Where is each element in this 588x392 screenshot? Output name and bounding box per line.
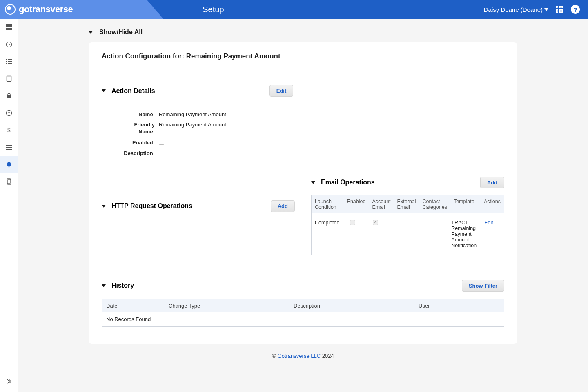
- svg-rect-9: [6, 63, 7, 64]
- email-ops-title[interactable]: Email Operations: [311, 179, 375, 186]
- description-label: Description:: [118, 150, 155, 156]
- history-title[interactable]: History: [102, 282, 134, 289]
- sidebar-expand[interactable]: [0, 378, 18, 385]
- svg-rect-1: [9, 24, 12, 27]
- bell-icon: [6, 161, 12, 168]
- hist-th-desc: Description: [294, 303, 419, 309]
- svg-rect-21: [8, 180, 11, 184]
- table-row: Completed TRACT Remaining Payment Amount…: [312, 213, 504, 255]
- svg-rect-0: [6, 24, 9, 27]
- th-account-email: Account Email: [369, 195, 394, 213]
- th-external-email: External Email: [394, 195, 419, 213]
- svg-rect-5: [6, 59, 7, 60]
- sidebar-item-list[interactable]: [0, 53, 18, 70]
- row-account-email-checkbox: [373, 220, 378, 225]
- left-sidebar: ? $: [0, 19, 18, 392]
- list-icon: [6, 58, 12, 65]
- brand-icon: [5, 4, 16, 15]
- footer: © Gotransverse LLC 2024: [89, 344, 517, 368]
- sidebar-item-docs[interactable]: [0, 173, 18, 190]
- td-launch: Completed: [312, 213, 347, 255]
- caret-icon: [102, 89, 106, 92]
- th-contact-cat: Contact Categories: [419, 195, 450, 213]
- grid-icon: [6, 24, 12, 31]
- edit-button[interactable]: Edit: [270, 85, 294, 97]
- add-http-button[interactable]: Add: [271, 200, 295, 212]
- svg-rect-18: [6, 149, 12, 150]
- help-icon[interactable]: ?: [571, 5, 580, 14]
- svg-rect-10: [8, 63, 12, 64]
- th-enabled: Enabled: [344, 195, 369, 213]
- friendly-label: Friendly Name:: [118, 122, 155, 135]
- brand-text: gotransverse: [19, 4, 73, 15]
- friendly-value: Remaining Payment Amount: [159, 122, 226, 128]
- brand-logo[interactable]: gotransverse: [5, 4, 73, 15]
- sidebar-item-menu[interactable]: [0, 139, 18, 156]
- history-empty: No Records Found: [102, 312, 504, 326]
- history-section: History Show Filter Date Change Type Des…: [102, 280, 504, 327]
- question-icon: ?: [6, 110, 12, 116]
- http-ops-section: HTTP Request Operations Add: [102, 177, 295, 255]
- add-email-button[interactable]: Add: [480, 177, 504, 188]
- svg-text:$: $: [7, 127, 11, 133]
- action-details-title[interactable]: Action Details: [102, 87, 155, 95]
- svg-rect-20: [7, 179, 10, 183]
- td-external-email: [394, 213, 419, 255]
- svg-rect-17: [6, 147, 12, 148]
- enabled-label: Enabled:: [118, 140, 155, 146]
- history-table: Date Change Type Description User No Rec…: [102, 299, 504, 327]
- sidebar-item-notifications[interactable]: [0, 156, 18, 173]
- sidebar-item-dashboard[interactable]: [0, 19, 18, 36]
- page-title: Setup: [203, 5, 224, 14]
- svg-rect-11: [7, 76, 11, 82]
- http-ops-title[interactable]: HTTP Request Operations: [102, 202, 192, 210]
- main-content: Show/Hide All Action Configuration for: …: [18, 19, 588, 392]
- header-bar: gotransverse Setup Daisy Deane (Deane) ?: [0, 0, 588, 19]
- sidebar-item-help[interactable]: ?: [0, 104, 18, 122]
- card-title: Action Configuration for: Remaining Paym…: [102, 52, 504, 60]
- email-ops-table: Launch Condition Enabled Account Email E…: [311, 195, 504, 255]
- th-launch: Launch Condition: [312, 195, 344, 213]
- svg-rect-7: [6, 61, 7, 62]
- chevron-down-icon: [544, 8, 548, 11]
- name-value: Remaining Payment Amount: [159, 111, 226, 117]
- menu-icon: [6, 144, 12, 151]
- hist-th-user: User: [419, 303, 500, 309]
- hist-th-change: Change Type: [169, 303, 294, 309]
- svg-point-19: [9, 166, 10, 168]
- svg-rect-8: [8, 61, 12, 62]
- sidebar-item-lock[interactable]: [0, 87, 18, 104]
- user-name: Daisy Deane (Deane): [484, 6, 543, 13]
- chevron-right-icon: [6, 378, 12, 385]
- page-icon: [6, 75, 12, 82]
- caret-icon: [89, 31, 93, 34]
- caret-icon: [102, 284, 106, 287]
- doc-icon: [6, 178, 12, 185]
- show-filter-button[interactable]: Show Filter: [462, 280, 504, 292]
- action-details-section: Action Details Edit Name: Remaining Paym…: [102, 85, 504, 156]
- td-template: TRACT Remaining Payment Amount Notificat…: [448, 213, 481, 255]
- sidebar-item-history[interactable]: [0, 36, 18, 53]
- clock-icon: [6, 41, 12, 48]
- row-enabled-checkbox: [350, 220, 355, 225]
- showhide-toggle[interactable]: Show/Hide All: [89, 29, 517, 36]
- apps-icon[interactable]: [556, 6, 564, 13]
- footer-company-link[interactable]: Gotransverse LLC: [278, 353, 321, 359]
- email-ops-section: Email Operations Add Launch Condition En…: [311, 177, 504, 255]
- row-edit-link[interactable]: Edit: [481, 213, 504, 255]
- sidebar-item-billing[interactable]: $: [0, 122, 18, 139]
- config-card: Action Configuration for: Remaining Paym…: [89, 42, 517, 344]
- svg-rect-12: [7, 95, 11, 98]
- svg-rect-2: [6, 28, 9, 30]
- hist-th-date: Date: [106, 303, 169, 309]
- enabled-checkbox: [159, 140, 164, 145]
- name-label: Name:: [118, 111, 155, 117]
- user-menu[interactable]: Daisy Deane (Deane): [484, 6, 548, 13]
- lock-icon: [6, 93, 12, 99]
- sidebar-item-page[interactable]: [0, 70, 18, 87]
- svg-rect-3: [9, 28, 12, 30]
- showhide-label: Show/Hide All: [99, 29, 143, 36]
- caret-icon: [102, 205, 106, 208]
- svg-rect-6: [8, 59, 12, 60]
- svg-rect-16: [6, 145, 12, 146]
